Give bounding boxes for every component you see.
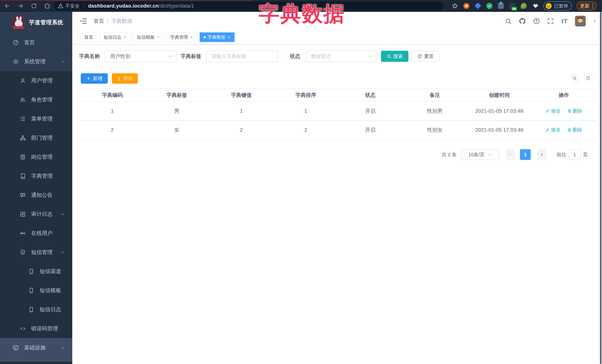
sidebar-item-label: 在线用户 bbox=[31, 229, 53, 237]
sidebar-item-label: 岗位管理 bbox=[31, 153, 53, 161]
extension-icon[interactable] bbox=[474, 3, 481, 9]
address-divider bbox=[84, 3, 84, 8]
sidebar-item-post-management[interactable]: 岗位管理 bbox=[0, 147, 72, 166]
sidebar-item-sms-log[interactable]: 短信日志 bbox=[0, 300, 72, 319]
extension-icon[interactable] bbox=[497, 3, 504, 9]
sidebar-item-notice[interactable]: 通知公告 bbox=[0, 186, 72, 205]
sidebar-item-user-management[interactable]: 用户管理 bbox=[0, 71, 72, 90]
breadcrumb: 首页 / 字典数据 bbox=[94, 12, 132, 30]
github-icon[interactable] bbox=[519, 17, 526, 25]
export-button[interactable]: 导出 bbox=[112, 73, 138, 84]
home-icon[interactable] bbox=[44, 2, 51, 10]
add-button[interactable]: 新增 bbox=[81, 73, 108, 84]
sidebar: 芋道管理系统 首页 系统管理 用户管理 角色管理 菜单管理 bbox=[0, 12, 72, 364]
page-size-select[interactable]: 10条/页 bbox=[461, 149, 499, 160]
chevron-down-icon[interactable] bbox=[592, 19, 597, 23]
sidebar-item-sms-channel[interactable]: 短信渠道 bbox=[0, 262, 72, 281]
cell-value: 2 bbox=[209, 121, 274, 139]
prev-page-button[interactable] bbox=[506, 149, 515, 160]
fullscreen-icon[interactable] bbox=[547, 17, 554, 25]
sidebar-item-system-management[interactable]: 系统管理 bbox=[0, 52, 72, 71]
sidebar-item-sms-template[interactable]: 短信模板 bbox=[0, 281, 72, 300]
sidebar-item-home[interactable]: 首页 bbox=[0, 33, 72, 52]
browser-menu-icon[interactable] bbox=[592, 4, 593, 8]
trash-icon bbox=[567, 109, 572, 113]
delete-link[interactable]: 删除 bbox=[567, 108, 582, 114]
sidebar-item-role-management[interactable]: 角色管理 bbox=[0, 90, 72, 109]
bookmark-star-icon[interactable] bbox=[452, 3, 458, 9]
forward-icon[interactable] bbox=[17, 2, 24, 10]
back-icon[interactable] bbox=[4, 2, 11, 10]
sidebar-item-dept-management[interactable]: 部门管理 bbox=[0, 128, 72, 147]
tab-sms-log[interactable]: 短信日志 bbox=[100, 32, 130, 42]
sidebar-item-infrastructure[interactable]: 基础设施 bbox=[0, 338, 72, 357]
tab-dict-management[interactable]: 字典管理 bbox=[166, 32, 197, 42]
next-page-button[interactable] bbox=[537, 149, 546, 160]
sidebar-item-label: 部门管理 bbox=[31, 134, 53, 142]
tab-sms-template[interactable]: 短信模板 bbox=[133, 32, 164, 42]
browser-profile-chip[interactable]: 已暂停 bbox=[543, 1, 572, 10]
close-icon[interactable] bbox=[227, 36, 231, 39]
sidebar-item-audit-log[interactable]: 审计日志 bbox=[0, 205, 72, 224]
extension-icon[interactable]: on bbox=[509, 3, 516, 9]
breadcrumb-current: 字典数据 bbox=[111, 18, 132, 25]
tab-home[interactable]: 首页 bbox=[80, 32, 97, 42]
goto-page-input[interactable] bbox=[569, 149, 581, 160]
toggle-search-button[interactable] bbox=[570, 74, 579, 82]
dict-name-value: 用户性别 bbox=[110, 53, 130, 60]
refresh-table-button[interactable] bbox=[584, 74, 592, 82]
cell-status: 开启 bbox=[338, 102, 402, 121]
extension-icon[interactable] bbox=[486, 3, 493, 9]
font-size-icon[interactable]: tT bbox=[561, 17, 568, 25]
sidebar-item-error-code[interactable]: 错误码管理 bbox=[0, 319, 72, 338]
sidebar-item-online-users[interactable]: 在线用户 bbox=[0, 224, 72, 243]
screen: 不安全 dashboard.yudao.iocoder.cn /dict/typ… bbox=[0, 0, 602, 364]
reload-icon[interactable] bbox=[30, 2, 37, 10]
cell-code: 2 bbox=[80, 121, 144, 139]
sidebar-item-menu-management[interactable]: 菜单管理 bbox=[0, 109, 72, 128]
tab-dict-data[interactable]: 字典数据 bbox=[200, 32, 235, 42]
search-button[interactable]: 搜索 bbox=[381, 51, 408, 62]
tab-label: 首页 bbox=[84, 34, 93, 40]
shield-check-icon bbox=[19, 250, 26, 255]
page-scrollbar[interactable] bbox=[599, 12, 602, 364]
col-header: 状态 bbox=[338, 89, 402, 102]
edit-link[interactable]: 修改 bbox=[545, 108, 560, 114]
dict-name-select[interactable]: 用户性别 bbox=[105, 50, 177, 62]
reset-button[interactable]: 重置 bbox=[412, 51, 439, 62]
org-tree-icon bbox=[19, 135, 26, 141]
search-icon[interactable] bbox=[505, 17, 512, 25]
cell-created: 2021-01-05 17:03:48 bbox=[467, 102, 532, 121]
extension-icon[interactable] bbox=[520, 3, 527, 9]
dict-label-input[interactable] bbox=[206, 51, 278, 62]
extensions-puzzle-icon[interactable] bbox=[532, 3, 539, 9]
close-icon[interactable] bbox=[157, 36, 160, 39]
close-icon[interactable] bbox=[123, 36, 127, 39]
scrollbar-thumb[interactable] bbox=[600, 12, 602, 364]
users-icon bbox=[19, 97, 26, 103]
sidebar-collapse-icon[interactable] bbox=[79, 17, 87, 25]
extension-icon[interactable] bbox=[463, 3, 470, 9]
app-logo-row[interactable]: 芋道管理系统 bbox=[0, 12, 72, 33]
sidebar-item-dict-management[interactable]: 字典管理 bbox=[0, 166, 72, 186]
chevron-down-icon bbox=[60, 212, 65, 217]
dict-name-label: 字典名称 bbox=[79, 53, 100, 60]
page-number-button[interactable]: 1 bbox=[520, 149, 531, 160]
browser-update-button[interactable]: 更新 bbox=[577, 1, 596, 10]
cell-created: 2021-01-05 17:03:48 bbox=[467, 121, 532, 139]
edit-log-icon bbox=[19, 211, 26, 217]
sidebar-item-sms-management[interactable]: 短信管理 bbox=[0, 243, 72, 262]
address-bar[interactable]: 不安全 dashboard.yudao.iocoder.cn /dict/typ… bbox=[54, 2, 444, 10]
sidebar-item-label: 首页 bbox=[24, 39, 35, 46]
edit-link[interactable]: 修改 bbox=[545, 127, 560, 133]
help-icon[interactable] bbox=[533, 17, 540, 25]
status-select[interactable]: 数据状态 bbox=[305, 50, 377, 62]
user-avatar[interactable] bbox=[575, 16, 586, 26]
breadcrumb-home[interactable]: 首页 bbox=[94, 18, 104, 25]
profile-status-label: 已暂停 bbox=[554, 3, 568, 9]
sidebar-item-label: 系统管理 bbox=[24, 58, 46, 65]
close-icon[interactable] bbox=[190, 36, 193, 39]
book-icon bbox=[19, 173, 26, 179]
delete-link[interactable]: 删除 bbox=[567, 127, 582, 133]
message-icon bbox=[19, 192, 26, 198]
